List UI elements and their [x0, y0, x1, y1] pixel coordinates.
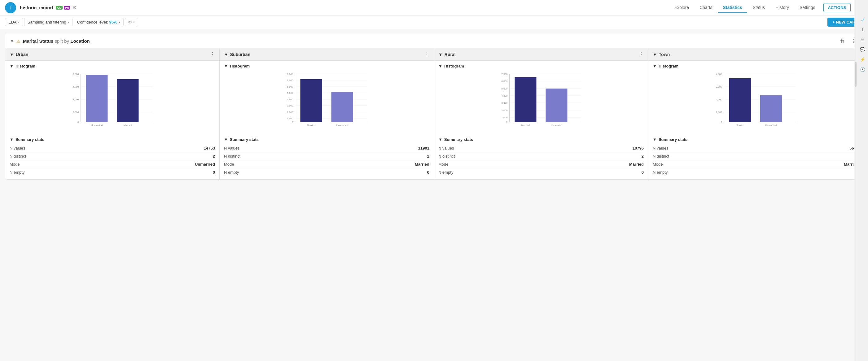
summary-town-collapse[interactable]: ▼	[653, 137, 657, 142]
sampling-label: Sampling and filtering	[28, 20, 66, 25]
svg-text:Married: Married	[521, 124, 530, 127]
nav-status[interactable]: Status	[748, 2, 770, 13]
stat-rural-ndistinct: N distinct 2	[438, 152, 644, 160]
sampling-chevron: ▾	[67, 21, 69, 24]
panel-urban-title: ▼ Urban	[9, 52, 28, 57]
panel-suburban-collapse[interactable]: ▼	[224, 52, 228, 57]
stat-town-nvalues: N values 5624	[653, 144, 859, 152]
nav-statistics[interactable]: Statistics	[718, 2, 747, 13]
sub-toolbar: EDA ▾ Sampling and filtering ▾ Confidenc…	[0, 15, 868, 29]
badge-gd: GD	[56, 6, 63, 10]
svg-text:8,000: 8,000	[72, 73, 79, 75]
bar-suburban-unmarried	[332, 92, 353, 122]
svg-text:2,000: 2,000	[72, 111, 79, 113]
panel-town-collapse[interactable]: ▼	[653, 52, 657, 57]
card-main-title: Marital Status split by Location	[23, 38, 90, 44]
histogram-suburban-collapse[interactable]: ▼	[224, 64, 228, 68]
main-content: ▼ ⚠ Marital Status split by Location 🗑 ⋮…	[0, 29, 868, 361]
panel-suburban-name: Suburban	[230, 52, 250, 57]
collapse-icon[interactable]: ▼	[10, 39, 14, 43]
sampling-dropdown[interactable]: Sampling and filtering ▾	[24, 18, 72, 26]
summary-suburban-header: ▼ Summary stats	[224, 137, 429, 142]
svg-text:Unmarried: Unmarried	[336, 124, 348, 127]
panel-town-header: ▼ Town ⋮	[648, 48, 863, 61]
panel-urban: ▼ Urban ⋮ ▼ Histogram	[5, 48, 220, 179]
nav-settings[interactable]: Settings	[795, 2, 820, 13]
confidence-dropdown[interactable]: Confidence level: 95% ▾	[74, 18, 124, 26]
card-title-row: ▼ ⚠ Marital Status split by Location	[10, 38, 838, 44]
summary-urban: ▼ Summary stats N values 14763 N distinc…	[5, 134, 219, 179]
histogram-town-collapse[interactable]: ▼	[653, 64, 657, 68]
bar-suburban-married	[301, 79, 322, 122]
histogram-rural-label: ▼ Histogram	[438, 64, 644, 68]
nav-history[interactable]: History	[770, 2, 794, 13]
stat-urban-mode: Mode Unmarried	[9, 160, 215, 168]
panel-rural: ▼ Rural ⋮ ▼ Histogram	[434, 48, 648, 179]
panel-rural-collapse[interactable]: ▼	[438, 52, 443, 57]
panel-rural-menu[interactable]: ⋮	[639, 52, 644, 57]
histogram-rural-collapse[interactable]: ▼	[438, 64, 442, 68]
svg-text:3,000: 3,000	[287, 104, 293, 107]
sidebar-expand-icon[interactable]: ⤢	[859, 15, 867, 24]
nav-explore[interactable]: Explore	[670, 2, 694, 13]
summary-urban-collapse[interactable]: ▼	[9, 137, 13, 142]
svg-text:4,000: 4,000	[287, 98, 293, 101]
histogram-urban-collapse[interactable]: ▼	[9, 64, 13, 68]
panel-urban-collapse[interactable]: ▼	[9, 52, 14, 57]
settings-icon[interactable]: ⚙	[72, 5, 77, 10]
app-logo[interactable]: ↑	[5, 2, 16, 13]
location-text: Location	[70, 38, 90, 44]
top-nav: ↑ historic_export GD PR ⚙ Explore Charts…	[0, 0, 868, 15]
chart-town: 4,000 3,000 2,000 1,000 0 Married Unmarr…	[653, 71, 859, 133]
svg-text:4,000: 4,000	[501, 94, 508, 97]
svg-text:6,000: 6,000	[501, 80, 508, 83]
card-section: ▼ ⚠ Marital Status split by Location 🗑 ⋮…	[5, 34, 863, 179]
svg-text:Unmarried: Unmarried	[765, 124, 777, 127]
histogram-town: ▼ Histogram 4,000 3,000	[648, 61, 863, 134]
sidebar-info-icon[interactable]: ℹ	[859, 25, 867, 34]
svg-text:1,000: 1,000	[287, 117, 293, 120]
chart-suburban-svg: 8,000 7,000 6,000 5,000 4,000 3,000 2,00…	[227, 71, 426, 133]
eda-dropdown[interactable]: EDA ▾	[5, 18, 23, 26]
stat-suburban-mode: Mode Married	[224, 160, 429, 168]
delete-button[interactable]: 🗑	[838, 38, 847, 44]
eda-label: EDA	[8, 20, 17, 25]
bar-rural-unmarried	[546, 89, 567, 122]
sidebar-list-icon[interactable]: ☰	[859, 35, 867, 44]
chart-urban-svg: 8,000 6,000 4,000 2,000 0 Unmarried Marr…	[13, 71, 212, 133]
app-title: historic_export	[20, 5, 53, 10]
stat-rural-nvalues: N values 10796	[438, 144, 644, 152]
chart-rural-svg: 7,000 6,000 5,000 4,000 3,000 2,000 1,00…	[441, 71, 641, 133]
histogram-rural: ▼ Histogram	[434, 61, 648, 134]
bar-urban-unmarried	[86, 75, 108, 122]
actions-button[interactable]: ACTIONS	[824, 3, 851, 12]
svg-text:6,000: 6,000	[287, 86, 293, 88]
svg-text:2,000: 2,000	[287, 111, 293, 113]
stat-suburban-nempty: N empty 0	[224, 168, 429, 176]
svg-text:Unmarried: Unmarried	[551, 124, 562, 127]
histogram-urban-label: ▼ Histogram	[9, 64, 215, 68]
stat-rural-mode: Mode Married	[438, 160, 644, 168]
svg-text:0: 0	[506, 121, 508, 124]
scrollbar-thumb[interactable]	[855, 62, 857, 87]
sidebar-alert-icon[interactable]: ⚡	[859, 55, 867, 64]
nav-charts[interactable]: Charts	[694, 2, 717, 13]
summary-town-header: ▼ Summary stats	[653, 137, 859, 142]
sidebar-clock-icon[interactable]: 🕐	[859, 65, 867, 74]
panel-suburban-menu[interactable]: ⋮	[425, 52, 429, 57]
eda-chevron: ▾	[18, 21, 20, 24]
nav-links: Explore Charts Statistics Status History…	[670, 2, 851, 13]
confidence-text: Confidence level:	[77, 20, 108, 25]
gear-chevron: ▾	[133, 21, 135, 24]
summary-suburban-collapse[interactable]: ▼	[224, 137, 228, 142]
svg-text:0: 0	[292, 121, 293, 124]
stat-urban-nempty: N empty 0	[9, 168, 215, 176]
gear-dropdown[interactable]: ⚙ ▾	[125, 18, 138, 26]
panel-urban-menu[interactable]: ⋮	[210, 52, 215, 57]
sidebar-chat-icon[interactable]: 💬	[859, 45, 867, 54]
histogram-suburban-label: ▼ Histogram	[224, 64, 429, 68]
stat-town-mode: Mode Married	[653, 160, 859, 168]
stat-urban-ndistinct: N distinct 2	[9, 152, 215, 160]
summary-rural-collapse[interactable]: ▼	[438, 137, 442, 142]
bar-town-married	[729, 78, 751, 122]
